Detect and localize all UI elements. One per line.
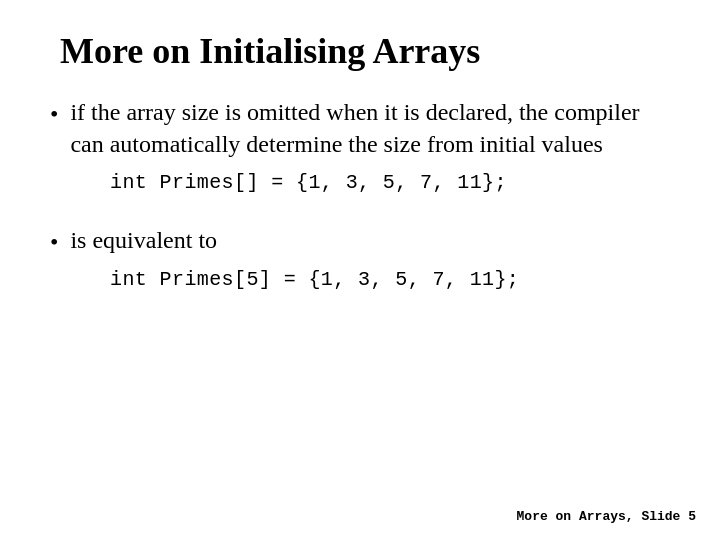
slide-footer: More on Arrays, Slide 5: [517, 509, 696, 524]
slide: More on Initialising Arrays • if the arr…: [0, 0, 720, 540]
code-block-1: int Primes[] = {1, 3, 5, 7, 11};: [110, 171, 670, 194]
code-block-2: int Primes[5] = {1, 3, 5, 7, 11};: [110, 268, 670, 291]
bullet-text-2: is equivalent to: [70, 224, 670, 256]
bullet-dot-2: •: [50, 226, 58, 258]
bullet-section-2: • is equivalent to int Primes[5] = {1, 3…: [50, 224, 670, 311]
slide-title: More on Initialising Arrays: [60, 30, 670, 72]
bullet-text-1: if the array size is omitted when it is …: [70, 96, 670, 161]
bullet-item-1: • if the array size is omitted when it i…: [50, 96, 670, 161]
bullet-dot-1: •: [50, 98, 58, 130]
bullet-item-2: • is equivalent to: [50, 224, 670, 258]
bullet-section-1: • if the array size is omitted when it i…: [50, 96, 670, 214]
